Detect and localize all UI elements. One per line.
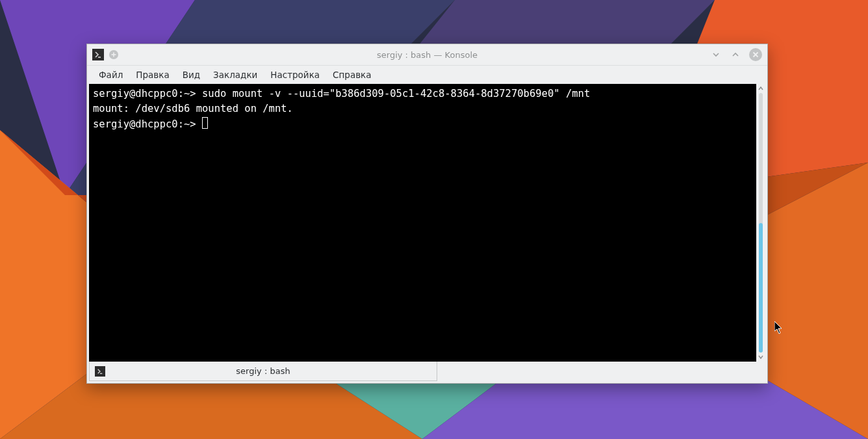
tab-label: sergiy : bash	[90, 366, 437, 376]
app-icon	[92, 49, 104, 60]
scroll-down-icon[interactable]	[756, 353, 765, 362]
tab-terminal-icon	[95, 366, 105, 377]
prompt: sergiy@dhcppc0:~>	[93, 88, 202, 100]
menu-view[interactable]: Вид	[176, 68, 207, 82]
scroll-track[interactable]	[759, 93, 763, 353]
scroll-thumb[interactable]	[759, 223, 763, 353]
menubar: Файл Правка Вид Закладки Настройка Справ…	[87, 66, 767, 84]
tab-active[interactable]: sergiy : bash	[89, 362, 437, 381]
menu-settings[interactable]: Настройка	[264, 68, 326, 82]
scrollbar[interactable]	[756, 84, 765, 362]
menu-bookmarks[interactable]: Закладки	[207, 68, 264, 82]
command-text: sudo mount -v --uuid="b386d309-05c1-42c8…	[202, 88, 590, 100]
close-button[interactable]	[749, 48, 762, 61]
output-line: mount: /dev/sdb6 mounted on /mnt.	[93, 103, 293, 114]
titlebar[interactable]: sergiy : bash — Konsole	[87, 44, 767, 66]
scroll-up-icon[interactable]	[756, 84, 765, 93]
prompt: sergiy@dhcppc0:~>	[93, 118, 202, 130]
minimize-button[interactable]	[710, 49, 722, 60]
terminal-cursor	[202, 117, 208, 129]
desktop: sergiy : bash — Konsole Файл Правка Вид …	[0, 0, 868, 439]
menu-file[interactable]: Файл	[92, 68, 129, 82]
maximize-button[interactable]	[730, 49, 741, 60]
window-title: sergiy : bash — Konsole	[87, 50, 767, 60]
tabbar: sergiy : bash	[87, 362, 767, 383]
menu-help[interactable]: Справка	[326, 68, 377, 82]
terminal-output[interactable]: sergiy@dhcppc0:~> sudo mount -v --uuid="…	[89, 84, 756, 362]
menu-edit[interactable]: Правка	[129, 68, 175, 82]
konsole-window: sergiy : bash — Konsole Файл Правка Вид …	[86, 44, 768, 384]
new-tab-icon[interactable]	[109, 50, 118, 59]
